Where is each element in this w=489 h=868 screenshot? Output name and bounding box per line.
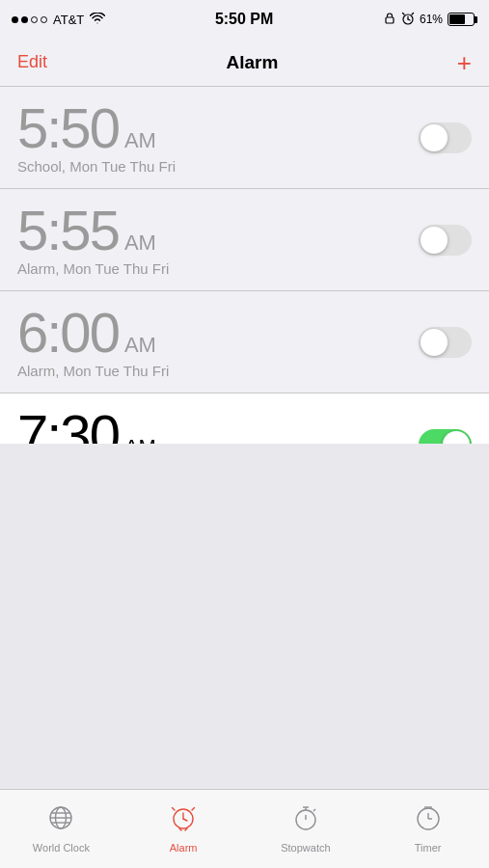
alarm-list: 5:50 AM School, Mon Tue Thu Fri 5:55 AM … bbox=[0, 87, 489, 496]
carrier-label: AT&T bbox=[53, 13, 84, 27]
toggle-knob-3 bbox=[421, 329, 448, 356]
wifi-icon bbox=[90, 13, 105, 27]
alarm-time-display-1: 5:50 AM bbox=[17, 100, 176, 156]
add-alarm-button[interactable]: + bbox=[457, 50, 472, 75]
toggle-knob-1 bbox=[421, 124, 448, 151]
alarm-label-3: Alarm, Mon Tue Thu Fri bbox=[17, 363, 169, 379]
tab-world-clock-label: World Clock bbox=[33, 842, 90, 854]
tab-world-clock[interactable]: World Clock bbox=[0, 804, 122, 854]
alarm-status-icon bbox=[401, 12, 415, 28]
alarm-ampm-2: AM bbox=[124, 231, 156, 256]
alarm-info-2: 5:55 AM Alarm, Mon Tue Thu Fri bbox=[17, 203, 169, 277]
svg-line-14 bbox=[173, 808, 176, 811]
nav-bar: Edit Alarm + bbox=[0, 39, 489, 87]
svg-line-13 bbox=[183, 819, 187, 821]
status-bar: AT&T 5:50 PM 61% bbox=[0, 0, 489, 39]
svg-line-22 bbox=[313, 809, 315, 811]
tab-timer[interactable]: Timer bbox=[367, 804, 489, 854]
signal-dot-4 bbox=[41, 16, 47, 23]
toggle-knob-2 bbox=[421, 227, 448, 254]
alarm-time-main-3: 6:00 bbox=[17, 305, 119, 361]
alarm-time-main-2: 5:55 bbox=[17, 203, 119, 258]
svg-line-5 bbox=[412, 13, 414, 14]
status-right: 61% bbox=[383, 12, 477, 28]
world-clock-icon bbox=[47, 804, 74, 838]
tab-stopwatch-label: Stopwatch bbox=[281, 842, 330, 854]
alarm-time-display-2: 5:55 AM bbox=[17, 203, 169, 258]
svg-line-3 bbox=[408, 19, 410, 20]
alarm-toggle-3[interactable] bbox=[419, 327, 472, 358]
svg-rect-0 bbox=[386, 17, 394, 23]
alarm-time-display-3: 6:00 AM bbox=[17, 305, 169, 361]
alarm-label-1: School, Mon Tue Thu Fri bbox=[17, 158, 176, 175]
tab-bar: World Clock Alarm bbox=[0, 789, 489, 868]
timer-icon bbox=[415, 804, 442, 838]
tab-alarm-label: Alarm bbox=[170, 842, 198, 854]
tab-stopwatch[interactable]: Stopwatch bbox=[245, 804, 367, 854]
signal-dots bbox=[12, 16, 47, 23]
empty-content-area bbox=[0, 444, 489, 789]
edit-button[interactable]: Edit bbox=[17, 52, 47, 72]
signal-dot-1 bbox=[12, 16, 18, 23]
battery-percent: 61% bbox=[420, 13, 443, 26]
alarm-ampm-3: AM bbox=[124, 333, 156, 358]
tab-alarm[interactable]: Alarm bbox=[122, 804, 245, 854]
alarm-toggle-1[interactable] bbox=[419, 122, 472, 153]
alarm-info-1: 5:50 AM School, Mon Tue Thu Fri bbox=[17, 100, 176, 175]
alarm-ampm-1: AM bbox=[124, 128, 156, 153]
alarm-label-2: Alarm, Mon Tue Thu Fri bbox=[17, 260, 169, 277]
alarm-info-3: 6:00 AM Alarm, Mon Tue Thu Fri bbox=[17, 305, 169, 379]
alarm-tab-icon bbox=[170, 804, 197, 838]
signal-dot-3 bbox=[31, 16, 38, 23]
alarm-item-1[interactable]: 5:50 AM School, Mon Tue Thu Fri bbox=[0, 87, 489, 189]
alarm-toggle-2[interactable] bbox=[419, 225, 472, 256]
battery-icon bbox=[448, 13, 477, 26]
status-time: 5:50 PM bbox=[215, 11, 273, 28]
svg-line-4 bbox=[402, 13, 404, 14]
lock-icon bbox=[383, 12, 396, 28]
signal-dot-2 bbox=[21, 16, 28, 23]
page-title: Alarm bbox=[226, 52, 278, 73]
tab-timer-label: Timer bbox=[415, 842, 442, 854]
status-left: AT&T bbox=[12, 13, 105, 27]
svg-line-15 bbox=[192, 808, 195, 811]
alarm-time-main-1: 5:50 bbox=[17, 100, 119, 156]
alarm-item-2[interactable]: 5:55 AM Alarm, Mon Tue Thu Fri bbox=[0, 189, 489, 291]
alarm-item-3[interactable]: 6:00 AM Alarm, Mon Tue Thu Fri bbox=[0, 291, 489, 393]
stopwatch-icon bbox=[292, 804, 319, 838]
